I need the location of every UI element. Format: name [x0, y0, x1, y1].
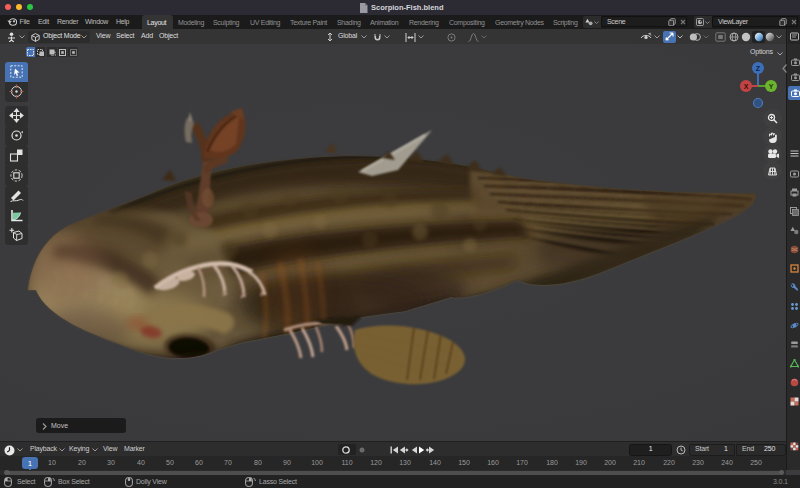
svg-text:X: X [744, 83, 749, 90]
svg-text:Y: Y [769, 83, 774, 90]
svg-text:Z: Z [756, 65, 761, 72]
